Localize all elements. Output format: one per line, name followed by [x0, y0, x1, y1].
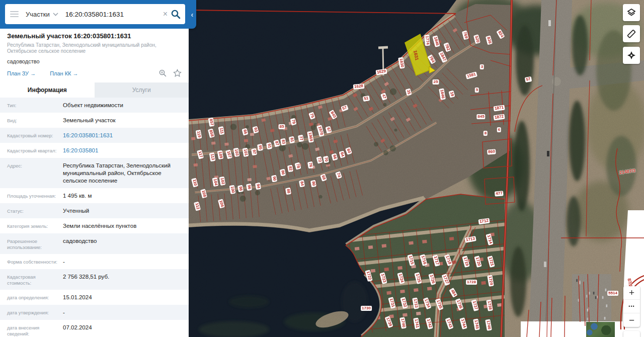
- object-subtitle: Республика Татарстан, Зеленодольский мун…: [7, 42, 182, 54]
- info-row: Кадастровая стоимость:2 756 328,51 руб.: [0, 269, 189, 290]
- extra-map-button[interactable]: [623, 331, 640, 337]
- tab-services[interactable]: Услуги: [95, 82, 189, 98]
- info-row-label: Разрешенное использование:: [0, 237, 63, 250]
- object-title: Земельный участок 16:20:035801:1631: [7, 32, 182, 40]
- info-row-label: Форма собственности:: [0, 258, 63, 266]
- info-row-value: Земельный участок: [63, 117, 189, 124]
- info-row-label: дата утверждения:: [0, 309, 63, 316]
- info-row-value: Объект недвижимости: [63, 102, 189, 109]
- info-row-label: Кадастровый квартал:: [0, 147, 63, 154]
- zoom-in-button[interactable]: +: [623, 286, 640, 300]
- object-usage: садоводство: [7, 58, 182, 64]
- info-row-label: дата определения:: [0, 294, 63, 301]
- info-row: Категория земель:Земли населённых пункто…: [0, 218, 189, 233]
- search-box: Участки ×: [5, 4, 185, 24]
- info-row-label: Кадастровый номер:: [0, 132, 63, 139]
- tab-information[interactable]: Информация: [0, 82, 95, 98]
- info-row-value: -: [63, 258, 189, 266]
- app: 1631162916281630177418467821847784253516…: [0, 0, 644, 337]
- info-row: Тип:Объект недвижимости: [0, 98, 189, 113]
- info-row-value: Учтенный: [63, 207, 189, 215]
- plan-links: План ЗУ → План КК →: [7, 69, 182, 77]
- info-row-label: Статус:: [0, 207, 63, 215]
- info-table: Тип:Объект недвижимостиВид:Земельный уча…: [0, 98, 189, 337]
- info-row: Вид:Земельный участок: [0, 113, 189, 128]
- info-row-value: 15.01.2024: [63, 294, 189, 301]
- doc-search-icon[interactable]: [158, 69, 167, 77]
- info-row-label: Вид:: [0, 117, 63, 124]
- plan-zu-link[interactable]: План ЗУ →: [7, 70, 36, 76]
- measure-button[interactable]: [623, 25, 640, 42]
- info-row-label: Площадь уточненная:: [0, 192, 63, 200]
- info-row-label: Адрес:: [0, 162, 63, 185]
- info-row: Площадь уточненная:1 495 кв. м: [0, 188, 189, 203]
- info-row-label: Категория земель:: [0, 222, 63, 230]
- crosshair-icon: [626, 50, 636, 60]
- search-bar: Участки × ‹: [0, 0, 196, 29]
- info-row-value: садоводство: [63, 237, 189, 250]
- info-row: Кадастровый квартал:16:20:035801: [0, 143, 189, 158]
- info-row-label: дата внесения сведений:: [0, 324, 63, 337]
- favorite-star-icon[interactable]: [173, 69, 182, 77]
- map-canvas[interactable]: [189, 0, 644, 337]
- chevron-down-icon: [53, 13, 58, 16]
- info-row-value: 1 495 кв. м: [63, 192, 189, 200]
- info-row: Адрес:Республика Татарстан, Зеленодольск…: [0, 158, 189, 188]
- info-row-value: Земли населённых пунктов: [63, 222, 189, 230]
- menu-icon[interactable]: [10, 11, 19, 17]
- info-row: Разрешенное использование:садоводство: [0, 233, 189, 254]
- info-panel: Земельный участок 16:20:035801:1631 Респ…: [0, 29, 189, 337]
- layers-icon: [626, 8, 636, 18]
- info-row: дата определения:15.01.2024: [0, 290, 189, 305]
- plan-kk-link[interactable]: План КК →: [50, 70, 78, 76]
- info-row: Статус:Учтенный: [0, 203, 189, 218]
- info-row-value-link[interactable]: 16:20:035801: [63, 147, 189, 154]
- search-category-dropdown[interactable]: Участки: [26, 11, 58, 18]
- ruler-icon: [626, 29, 636, 39]
- info-row: Кадастровый номер:16:20:035801:1631: [0, 128, 189, 143]
- zoom-out-button[interactable]: −: [623, 313, 640, 327]
- collapse-panel-button[interactable]: ‹: [188, 0, 196, 29]
- object-card: Земельный участок 16:20:035801:1631 Респ…: [0, 29, 189, 77]
- search-category-label: Участки: [26, 11, 50, 18]
- info-row-value: 07.02.2024: [63, 324, 189, 337]
- locate-button[interactable]: [623, 47, 640, 64]
- info-row: Форма собственности:-: [0, 254, 189, 269]
- clear-search-icon[interactable]: ×: [160, 10, 171, 19]
- minimap-thumbnail[interactable]: [586, 322, 615, 337]
- search-icon[interactable]: [171, 9, 181, 20]
- info-row-value-link[interactable]: 16:20:035801:1631: [63, 132, 189, 139]
- search-input[interactable]: [64, 10, 160, 19]
- zoom-control: + ••• −: [623, 286, 640, 327]
- tabs: Информация Услуги: [0, 82, 189, 98]
- info-row: дата утверждения:-: [0, 305, 189, 320]
- layers-button[interactable]: [623, 4, 640, 21]
- info-row-label: Тип:: [0, 102, 63, 109]
- info-row-label: Кадастровая стоимость:: [0, 273, 63, 286]
- info-row: дата внесения сведений:07.02.2024: [0, 320, 189, 337]
- info-row-value: Республика Татарстан, Зеленодольский мун…: [63, 162, 189, 185]
- more-button[interactable]: •••: [623, 300, 640, 313]
- info-row-value: 2 756 328,51 руб.: [63, 273, 189, 286]
- info-row-value: -: [63, 309, 189, 316]
